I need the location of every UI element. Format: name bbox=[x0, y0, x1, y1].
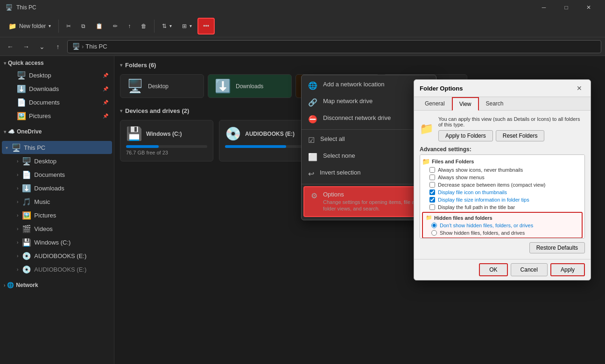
select-all-icon: ☑ bbox=[308, 136, 315, 145]
tab-general[interactable]: General bbox=[418, 97, 452, 111]
dialog-tabs: General View Search bbox=[414, 97, 591, 111]
dialog-body: 📁 You can apply this view (such as Detai… bbox=[414, 111, 591, 259]
reset-folders-button[interactable]: Reset Folders bbox=[496, 130, 545, 141]
drive-audiobooks[interactable]: 💿 AUDIOBOOKS (E:) bbox=[219, 120, 312, 161]
main-layout: ▾ Quick access 🖥️ Desktop 📌 ⬇️ Downloads… bbox=[0, 56, 605, 364]
new-folder-label: New folder bbox=[19, 23, 46, 29]
setting-file-icon-thumbnails[interactable]: Display file icon on thumbnails bbox=[422, 189, 583, 196]
setting-full-path[interactable]: Display the full path in the title bar bbox=[422, 203, 583, 211]
sidebar-thispc-desktop[interactable]: › 🖥️ Desktop bbox=[2, 154, 112, 168]
add-network-label: Add a network location bbox=[323, 81, 385, 88]
dialog-title: Folder Options bbox=[420, 85, 574, 92]
sidebar-thispc-music[interactable]: › 🎵 Music bbox=[2, 195, 112, 208]
folder-downloads[interactable]: ⬇️ Downloads bbox=[208, 74, 292, 98]
more-button[interactable]: ••• bbox=[197, 18, 215, 35]
sidebar-thispc-windows[interactable]: › 💾 Windows (C:) bbox=[2, 236, 112, 249]
sidebar-item-pictures[interactable]: 🖼️ Pictures 📌 bbox=[2, 109, 112, 122]
up-button[interactable]: ↑ bbox=[51, 40, 64, 53]
view-chevron: ▾ bbox=[190, 23, 192, 28]
tab-view[interactable]: View bbox=[452, 97, 479, 111]
sidebar-item-documents[interactable]: 📄 Documents 📌 bbox=[2, 96, 112, 109]
toolbar: 📁 New folder ▾ ✂ ⧉ 📋 ✏ ↑ 🗑 ⇅ ▾ ⊞ ▾ ••• bbox=[0, 15, 605, 37]
sidebar-thispc-audiobooks2[interactable]: › 💿 AUDIOBOOKS (E:) bbox=[2, 263, 112, 276]
close-button[interactable]: ✕ bbox=[578, 0, 599, 15]
toolbar-divider-2 bbox=[154, 20, 155, 33]
compact-view-checkbox[interactable] bbox=[429, 182, 435, 188]
network-label: Network bbox=[16, 282, 38, 288]
copy-button[interactable]: ⧉ bbox=[77, 18, 90, 35]
setting-compact-view[interactable]: Decrease space between items (compact vi… bbox=[422, 181, 583, 189]
dialog-footer: OK Cancel Apply bbox=[414, 259, 591, 280]
thispc-audiobooks2-label: AUDIOBOOKS (E:) bbox=[34, 266, 86, 273]
always-menus-checkbox[interactable] bbox=[429, 175, 435, 180]
drives-chevron: ▾ bbox=[120, 108, 122, 113]
folder-view-icon: 📁 bbox=[420, 122, 434, 135]
sidebar-thispc-videos[interactable]: › 🎬 Videos bbox=[2, 222, 112, 235]
sidebar-thispc-audiobooks1[interactable]: › 💿 AUDIOBOOKS (E:) bbox=[2, 249, 112, 262]
cancel-button[interactable]: Cancel bbox=[511, 263, 548, 276]
sidebar-item-downloads[interactable]: ⬇️ Downloads 📌 bbox=[2, 82, 112, 95]
file-size-info-checkbox[interactable] bbox=[429, 197, 435, 203]
always-icons-label: Always show icons, never thumbnails bbox=[438, 167, 523, 173]
sidebar-item-thispc[interactable]: ▾ 🖥️ This PC bbox=[2, 141, 112, 154]
back-button[interactable]: ← bbox=[4, 40, 17, 53]
view-button[interactable]: ⊞ ▾ bbox=[177, 18, 197, 35]
forward-button[interactable]: → bbox=[20, 40, 33, 53]
dialog-close-button[interactable]: ✕ bbox=[574, 84, 585, 93]
onedrive-chevron: ▾ bbox=[4, 129, 6, 134]
recent-button[interactable]: ⌄ bbox=[35, 40, 49, 53]
dont-show-hidden-radio[interactable] bbox=[431, 223, 437, 228]
setting-file-size-info[interactable]: Display file size information in folder … bbox=[422, 196, 583, 203]
delete-button[interactable]: 🗑 bbox=[136, 18, 151, 35]
quick-access-header[interactable]: ▾ Quick access bbox=[0, 58, 114, 68]
drive-windows-bar-fill bbox=[126, 145, 159, 148]
restore-btn-row: Restore Defaults bbox=[420, 242, 585, 253]
title-bar-text: This PC bbox=[16, 4, 36, 11]
thispc-icon: 🖥️ bbox=[12, 143, 20, 152]
full-path-checkbox[interactable] bbox=[429, 204, 435, 210]
sidebar-item-pictures-label: Pictures bbox=[29, 112, 51, 119]
settings-list[interactable]: 📁 Files and Folders Always show icons, n… bbox=[420, 154, 585, 238]
new-folder-button[interactable]: 📁 New folder ▾ bbox=[4, 18, 56, 35]
folders-chevron: ▾ bbox=[120, 63, 122, 68]
sidebar-thispc-downloads[interactable]: › ⬇️ Downloads bbox=[2, 182, 112, 195]
address-bar: ← → ⌄ ↑ 🖥️ › This PC bbox=[0, 37, 605, 56]
onedrive-section: ▾ ☁️ OneDrive bbox=[0, 125, 114, 139]
setting-show-hidden[interactable]: Show hidden files, folders, and drives bbox=[424, 229, 581, 237]
setting-dont-show-hidden[interactable]: Don't show hidden files, folders, or dri… bbox=[424, 222, 581, 229]
dialog-title-bar: Folder Options ✕ bbox=[414, 80, 591, 97]
network-header[interactable]: › 🌐 Network bbox=[0, 280, 114, 290]
ok-button[interactable]: OK bbox=[479, 263, 507, 276]
tab-search[interactable]: Search bbox=[479, 97, 511, 111]
restore-defaults-button[interactable]: Restore Defaults bbox=[529, 242, 585, 253]
pin-icon-3: 📌 bbox=[103, 100, 108, 105]
setting-always-menus[interactable]: Always show menus bbox=[422, 174, 583, 181]
sort-button[interactable]: ⇅ ▾ bbox=[157, 18, 176, 35]
rename-button[interactable]: ✏ bbox=[108, 18, 122, 35]
folder-desktop[interactable]: 🖥️ Desktop bbox=[120, 74, 204, 98]
sidebar-thispc-documents[interactable]: › 📄 Documents bbox=[2, 168, 112, 181]
share-button[interactable]: ↑ bbox=[123, 18, 135, 35]
always-icons-checkbox[interactable] bbox=[429, 167, 435, 173]
sidebar-thispc-pictures[interactable]: › 🖼️ Pictures bbox=[2, 209, 112, 222]
documents-icon: 📄 bbox=[17, 98, 25, 106]
sidebar-item-desktop[interactable]: 🖥️ Desktop 📌 bbox=[2, 69, 112, 82]
sidebar-item-desktop-label: Desktop bbox=[29, 72, 51, 79]
pin-icon-4: 📌 bbox=[103, 113, 108, 119]
cut-button[interactable]: ✂ bbox=[62, 18, 76, 35]
maximize-button[interactable]: □ bbox=[556, 0, 577, 15]
content-area: ▾ Folders (6) 🖥️ Desktop ⬇️ Downloads 🎵 … bbox=[114, 56, 605, 364]
show-hidden-radio[interactable] bbox=[431, 230, 437, 236]
address-path[interactable]: 🖥️ › This PC bbox=[67, 40, 601, 53]
pin-icon: 📌 bbox=[103, 73, 108, 78]
apply-button[interactable]: Apply bbox=[550, 263, 585, 276]
setting-always-icons[interactable]: Always show icons, never thumbnails bbox=[422, 166, 583, 174]
minimize-button[interactable]: ─ bbox=[533, 0, 555, 15]
paste-button[interactable]: 📋 bbox=[91, 18, 107, 35]
thispc-windows-icon: 💾 bbox=[22, 238, 30, 246]
thispc-downloads-label: Downloads bbox=[34, 185, 64, 192]
apply-to-folders-button[interactable]: Apply to Folders bbox=[438, 130, 493, 141]
file-icon-thumbnails-checkbox[interactable] bbox=[429, 189, 435, 195]
drive-windows[interactable]: 💾 Windows (C:) 76.7 GB free of 23 bbox=[120, 120, 213, 161]
onedrive-header[interactable]: ▾ ☁️ OneDrive bbox=[0, 126, 114, 137]
